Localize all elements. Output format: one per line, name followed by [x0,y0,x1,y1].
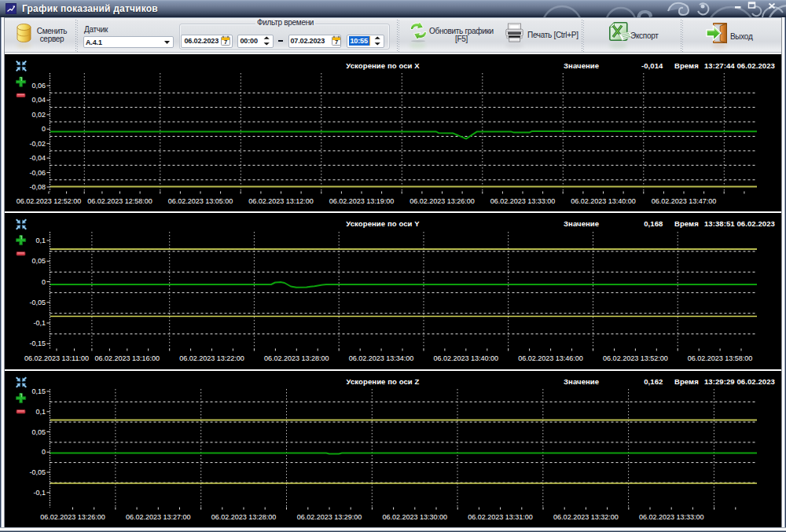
svg-text:06.02.2023 13:30:00: 06.02.2023 13:30:00 [383,513,448,521]
svg-text:06.02.2023 13:52:00: 06.02.2023 13:52:00 [603,354,668,362]
svg-text:0,05: 0,05 [31,428,46,436]
svg-text:06.02.2023 13:16:00: 06.02.2023 13:16:00 [95,354,160,362]
svg-text:06.02.2023 13:26:00: 06.02.2023 13:26:00 [40,513,105,521]
svg-text:0: 0 [42,125,46,133]
svg-text:-0,02: -0,02 [29,140,46,148]
svg-text:06.02.2023 13:33:00: 06.02.2023 13:33:00 [490,197,556,205]
svg-text:0,05: 0,05 [31,257,46,265]
svg-text:06.02.2023 13:12:00: 06.02.2023 13:12:00 [248,197,314,205]
svg-text:-0,04: -0,04 [29,154,46,162]
svg-text:Значение: Значение [564,61,599,70]
svg-text:Значение: Значение [564,377,599,386]
svg-text:06.02.2023 13:40:00: 06.02.2023 13:40:00 [571,197,636,205]
svg-text:-0,08: -0,08 [29,183,46,191]
svg-text:06.02.2023 13:26:00: 06.02.2023 13:26:00 [410,197,475,205]
svg-text:06.02.2023 13:31:00: 06.02.2023 13:31:00 [468,513,533,521]
svg-text:-0,06: -0,06 [29,169,46,177]
svg-text:Время: Время [674,61,699,70]
svg-text:06.02.2023 13:22:00: 06.02.2023 13:22:00 [179,354,244,362]
svg-text:0,162: 0,162 [644,377,663,386]
svg-text:06.02.2023 13:05:00: 06.02.2023 13:05:00 [168,197,233,205]
svg-text:13:29:29 06.02.2023: 13:29:29 06.02.2023 [704,377,775,386]
svg-text:06.02.2023 13:47:00: 06.02.2023 13:47:00 [652,197,717,205]
svg-text:-0,1: -0,1 [33,319,46,327]
svg-text:0,02: 0,02 [31,111,46,119]
svg-text:06.02.2023 12:52:00: 06.02.2023 12:52:00 [17,197,82,205]
svg-text:-0,1: -0,1 [33,489,46,497]
svg-text:0,15: 0,15 [31,387,46,395]
svg-text:0,1: 0,1 [35,237,46,244]
svg-text:-0,15: -0,15 [29,339,46,347]
svg-text:0,04: 0,04 [31,96,46,104]
svg-text:-0,014: -0,014 [641,61,663,70]
svg-text:Значение: Значение [564,219,599,228]
svg-text:06.02.2023 13:29:00: 06.02.2023 13:29:00 [297,513,362,521]
svg-text:06.02.2023 13:34:00: 06.02.2023 13:34:00 [349,354,414,362]
svg-text:-0,05: -0,05 [29,299,46,306]
svg-text:06.02.2023 13:28:00: 06.02.2023 13:28:00 [211,513,277,521]
svg-text:-0,05: -0,05 [29,468,46,476]
svg-text:06.02.2023 13:33:00: 06.02.2023 13:33:00 [639,513,704,521]
svg-text:13:27:44 06.02.2023: 13:27:44 06.02.2023 [704,61,775,70]
svg-text:06.02.2023 13:27:00: 06.02.2023 13:27:00 [126,513,191,521]
svg-text:Ускорение по оси X: Ускорение по оси X [346,61,420,70]
svg-text:06.02.2023 13:19:00: 06.02.2023 13:19:00 [329,197,395,205]
svg-text:06.02.2023 13:28:00: 06.02.2023 13:28:00 [264,354,329,362]
svg-text:06.02.2023 13:11:00: 06.02.2023 13:11:00 [24,354,89,362]
svg-text:06.02.2023 12:58:00: 06.02.2023 12:58:00 [87,197,152,205]
svg-text:06.02.2023 13:32:00: 06.02.2023 13:32:00 [553,513,619,521]
svg-text:0: 0 [42,448,46,456]
svg-text:Время: Время [674,219,699,228]
svg-text:06.02.2023 13:40:00: 06.02.2023 13:40:00 [434,354,499,362]
svg-text:0,1: 0,1 [35,408,46,416]
svg-text:0,168: 0,168 [644,219,663,228]
svg-text:Время: Время [674,377,699,386]
svg-text:06.02.2023 13:46:00: 06.02.2023 13:46:00 [518,354,583,362]
svg-text:13:38:51 06.02.2023: 13:38:51 06.02.2023 [704,219,775,228]
svg-text:0,06: 0,06 [31,82,46,90]
svg-text:Ускорение по оси Y: Ускорение по оси Y [346,219,420,228]
svg-text:0: 0 [42,278,46,286]
svg-text:Ускорение по оси Z: Ускорение по оси Z [347,377,420,386]
svg-text:06.02.2023 13:58:00: 06.02.2023 13:58:00 [688,354,753,362]
